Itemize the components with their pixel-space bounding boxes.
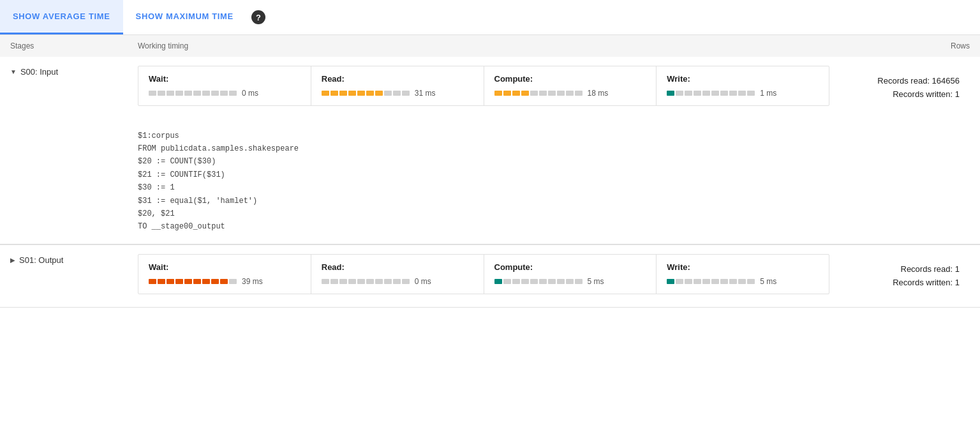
bar-seg [521,279,529,284]
rows-panel-s00: Records read: 164656 Records written: 1 [829,66,970,110]
bar-seg [711,91,719,96]
code-line-4: $30 := 1 [138,181,970,194]
timing-label-read-s01: Read: [322,262,473,272]
timing-section-compute-s00: Compute: 18 ms [484,66,657,105]
bar-seg [685,279,692,284]
toggle-arrow-s00: ▼ [10,68,17,75]
bar-seg [175,279,183,284]
bar-seg [566,279,574,284]
bar-track-write-s00 [667,91,755,96]
bar-seg [575,91,583,96]
bar-seg [322,91,329,96]
bar-seg [720,279,728,284]
bar-seg [158,279,165,284]
bar-seg [167,91,174,96]
timing-label-wait-s01: Wait: [149,262,301,272]
bar-track-write-s01 [667,279,755,284]
timing-section-compute-s01: Compute: 5 ms [484,255,657,294]
bar-seg [220,279,228,284]
code-line-1: FROM publicdata.samples.shakespeare [138,142,970,155]
timing-panel-s01: Wait: 39 ms [138,254,829,294]
bar-seg [167,279,174,284]
bar-seg [375,91,383,96]
help-icon[interactable]: ? [251,10,265,24]
bar-seg [384,279,392,284]
bar-track-wait-s01 [149,279,237,284]
stage-label-s01: S01: Output [19,255,63,265]
timing-section-write-s01: Write: 5 ms [657,255,829,294]
bar-time-write-s01: 5 ms [760,277,776,286]
bar-seg [330,91,338,96]
bar-seg [366,91,374,96]
bar-track-wait-s00 [149,91,237,96]
bar-seg [175,91,183,96]
bar-seg [738,279,746,284]
bar-seg [402,91,410,96]
bar-track-read-s00 [322,91,410,96]
stage-row-s00: ▼ S00: Input Wait: [0,57,980,245]
bar-seg [229,91,237,96]
timing-label-read-s00: Read: [322,74,473,84]
bar-seg [667,91,674,96]
bar-seg [738,91,746,96]
bar-seg [548,91,556,96]
bar-seg [747,91,755,96]
bar-row-read-s01: 0 ms [322,277,473,286]
bar-seg [193,279,201,284]
bar-row-write-s00: 1 ms [667,89,819,98]
timing-section-read-s00: Read: 31 ms [311,66,484,105]
bar-seg [702,91,710,96]
bar-seg [384,91,392,96]
timing-section-wait-s01: Wait: 39 ms [138,255,311,294]
top-bar: SHOW AVERAGE TIME SHOW MAXIMUM TIME ? [0,0,980,35]
bar-track-compute-s01 [494,279,583,284]
column-headers: Stages Working timing Rows [0,35,980,57]
bar-seg [711,279,719,284]
bar-seg [530,91,538,96]
code-line-0: $1:corpus [138,130,970,142]
bar-seg [685,91,692,96]
bar-seg [521,91,529,96]
bar-seg [539,279,547,284]
bar-row-wait-s00: 0 ms [149,89,301,98]
bar-seg [202,279,210,284]
bar-time-write-s00: 1 ms [760,89,776,98]
records-written-s01: Records written: 1 [840,276,960,290]
timing-label-write-s01: Write: [667,262,819,272]
bar-seg [375,279,383,284]
bar-seg [330,279,338,284]
bar-seg [512,279,520,284]
tab-show-average[interactable]: SHOW AVERAGE TIME [0,0,123,34]
tab-show-maximum[interactable]: SHOW MAXIMUM TIME [123,0,246,34]
bar-row-compute-s00: 18 ms [494,89,646,98]
bar-seg [339,91,347,96]
bar-seg [184,279,192,284]
bar-seg [494,91,502,96]
rows-panel-s01: Records read: 1 Records written: 1 [829,254,970,299]
code-line-3: $21 := COUNTIF($31) [138,169,970,181]
bar-seg [229,279,237,284]
code-line-5: $31 := equal($1, 'hamlet') [138,195,970,207]
bar-seg [149,91,156,96]
bar-time-read-s00: 31 ms [415,89,436,98]
bar-time-compute-s00: 18 ms [588,89,609,98]
bar-seg [348,279,356,284]
stage-toggle-s01[interactable]: ▶ S01: Output [10,254,138,265]
stage-row-s01: ▶ S01: Output Wait: [0,245,980,308]
timing-label-wait-s00: Wait: [149,74,301,84]
bar-seg [667,279,674,284]
bar-seg [402,279,410,284]
bar-seg [149,279,156,284]
timing-section-wait-s00: Wait: 0 ms [138,66,311,105]
bar-seg [357,279,365,284]
bar-seg [557,279,565,284]
timing-panel-s00: Wait: 0 ms [138,66,829,106]
bar-seg [575,279,583,284]
code-block-s00: $1:corpus FROM publicdata.samples.shakes… [0,119,980,244]
bar-time-read-s01: 0 ms [415,277,431,286]
bar-seg [720,91,728,96]
bar-seg [694,91,701,96]
stage-toggle-s00[interactable]: ▼ S00: Input [10,66,138,77]
bar-seg [357,91,365,96]
bar-row-read-s00: 31 ms [322,89,473,98]
